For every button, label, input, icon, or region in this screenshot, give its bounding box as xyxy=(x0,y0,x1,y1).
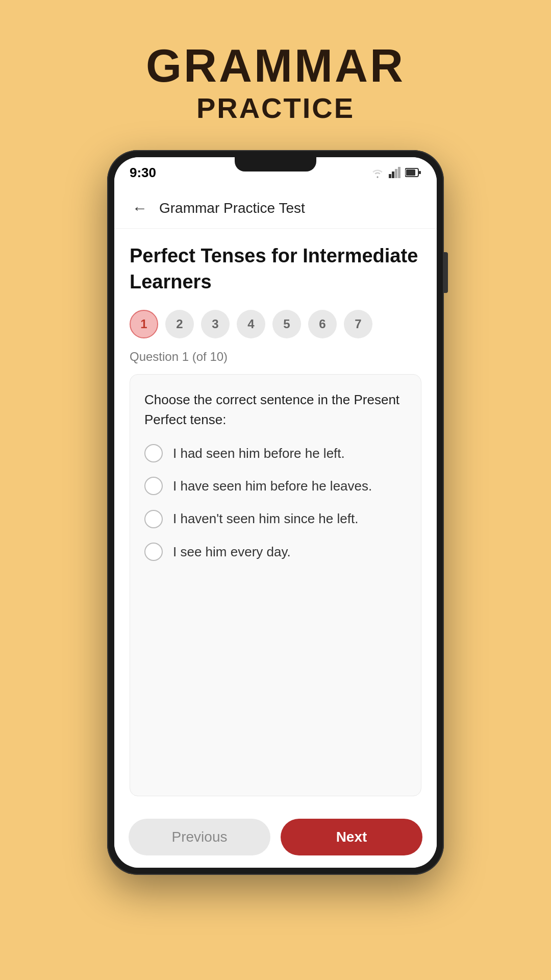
phone-screen: 9:30 xyxy=(114,157,437,868)
svg-rect-3 xyxy=(398,167,400,178)
option-4[interactable]: I see him every day. xyxy=(144,543,407,561)
svg-rect-5 xyxy=(406,169,415,176)
radio-2[interactable] xyxy=(144,477,163,495)
option-2-text: I have seen him before he leaves. xyxy=(173,477,372,495)
top-nav: ← Grammar Practice Test xyxy=(114,188,437,229)
page-title-main: GRAMMAR xyxy=(0,41,551,91)
question-dots: 1 2 3 4 5 6 7 xyxy=(130,310,421,338)
option-4-text: I see him every day. xyxy=(173,543,291,561)
phone-frame: 9:30 xyxy=(107,150,444,875)
dot-6[interactable]: 6 xyxy=(308,310,337,338)
svg-rect-0 xyxy=(389,174,391,178)
radio-4[interactable] xyxy=(144,543,163,561)
screen-content: Perfect Tenses for Intermediate Learners… xyxy=(114,229,437,806)
dot-2[interactable]: 2 xyxy=(165,310,194,338)
status-time: 9:30 xyxy=(130,165,156,181)
option-1[interactable]: I had seen him before he left. xyxy=(144,444,407,462)
nav-title: Grammar Practice Test xyxy=(159,200,305,216)
question-card: Choose the correct sentence in the Prese… xyxy=(130,374,421,796)
status-bar: 9:30 xyxy=(114,157,437,188)
option-2[interactable]: I have seen him before he leaves. xyxy=(144,477,407,495)
battery-icon xyxy=(405,167,421,178)
radio-3[interactable] xyxy=(144,510,163,528)
dot-3[interactable]: 3 xyxy=(201,310,230,338)
option-3[interactable]: I haven't seen him since he left. xyxy=(144,509,407,528)
page-title-sub: PRACTICE xyxy=(0,91,551,125)
dot-1[interactable]: 1 xyxy=(130,310,158,338)
next-button[interactable]: Next xyxy=(281,819,422,855)
previous-button[interactable]: Previous xyxy=(129,819,270,855)
page-header: GRAMMAR PRACTICE xyxy=(0,0,551,150)
radio-1[interactable] xyxy=(144,444,163,462)
bottom-nav: Previous Next xyxy=(114,806,437,868)
question-text: Choose the correct sentence in the Prese… xyxy=(144,390,407,430)
dot-7[interactable]: 7 xyxy=(344,310,372,338)
back-button[interactable]: ← xyxy=(129,197,151,219)
wifi-icon xyxy=(370,167,385,178)
option-1-text: I had seen him before he left. xyxy=(173,444,345,462)
signal-icon xyxy=(389,167,401,178)
svg-rect-2 xyxy=(395,169,397,178)
dot-5[interactable]: 5 xyxy=(272,310,301,338)
svg-rect-6 xyxy=(419,171,421,174)
option-3-text: I haven't seen him since he left. xyxy=(173,509,358,528)
quiz-title: Perfect Tenses for Intermediate Learners xyxy=(130,243,421,296)
status-icons xyxy=(370,167,421,178)
dot-4[interactable]: 4 xyxy=(237,310,265,338)
question-count: Question 1 (of 10) xyxy=(130,350,421,364)
svg-rect-1 xyxy=(392,172,394,178)
